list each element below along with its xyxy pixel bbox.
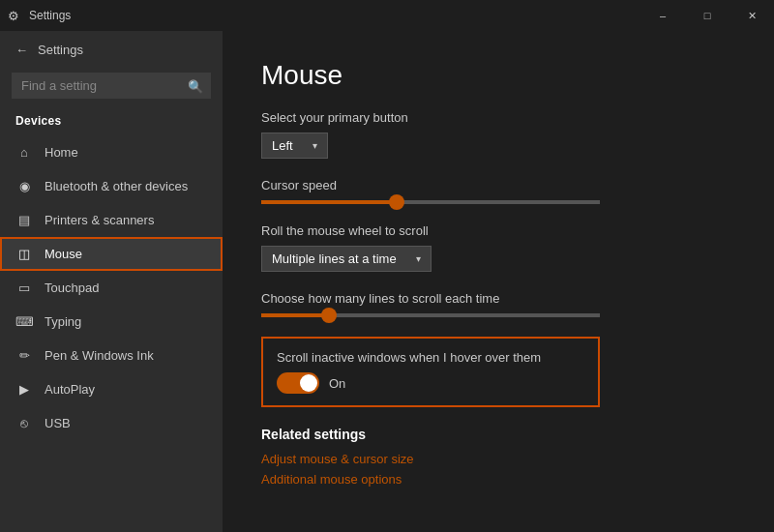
cursor-speed-label: Cursor speed bbox=[261, 178, 735, 192]
cursor-speed-track[interactable] bbox=[261, 200, 600, 204]
sidebar-item-label: Mouse bbox=[45, 247, 82, 261]
primary-button-arrow: ▾ bbox=[313, 140, 317, 151]
maximize-button[interactable]: □ bbox=[685, 0, 729, 31]
back-label: Settings bbox=[38, 43, 83, 57]
page-title: Mouse bbox=[261, 60, 735, 91]
sidebar-item-autoplay[interactable]: ▶ AutoPlay bbox=[0, 372, 223, 406]
scroll-lines-thumb[interactable] bbox=[321, 308, 337, 323]
scroll-lines-fill bbox=[261, 313, 329, 317]
sidebar-item-usb[interactable]: ⎋ USB bbox=[0, 406, 223, 440]
primary-button-label: Select your primary button bbox=[261, 110, 735, 125]
scroll-lines-track[interactable] bbox=[261, 313, 600, 317]
settings-icon: ⚙ bbox=[8, 9, 19, 23]
scroll-lines-label: Choose how many lines to scroll each tim… bbox=[261, 291, 735, 306]
titlebar-left: ⚙ Settings bbox=[8, 9, 71, 23]
primary-button-dropdown[interactable]: Left ▾ bbox=[261, 133, 328, 159]
close-button[interactable]: ✕ bbox=[729, 0, 774, 31]
related-link[interactable]: Additional mouse options bbox=[261, 472, 735, 487]
primary-button-value: Left bbox=[272, 138, 293, 153]
inactive-scroll-label: Scroll inactive windows when I hover ove… bbox=[277, 350, 584, 365]
autoplay-icon: ▶ bbox=[15, 382, 33, 397]
titlebar-title: Settings bbox=[29, 9, 71, 22]
sidebar-item-label: Home bbox=[45, 145, 78, 160]
sidebar-item-home[interactable]: ⌂ Home bbox=[0, 135, 223, 169]
related-settings: Related settings Adjust mouse & cursor s… bbox=[261, 427, 735, 487]
app-container: ← Settings 🔍 Devices ⌂ Home ◉ Bluetooth … bbox=[0, 31, 774, 532]
sidebar-item-touchpad[interactable]: ▭ Touchpad bbox=[0, 271, 223, 305]
sidebar-item-pen[interactable]: ✏ Pen & Windows Ink bbox=[0, 339, 223, 372]
printers-icon: ▤ bbox=[15, 213, 33, 227]
sidebar-section-label: Devices bbox=[0, 110, 223, 135]
sidebar-item-label: AutoPlay bbox=[45, 382, 95, 397]
sidebar-nav: ⌂ Home ◉ Bluetooth & other devices ▤ Pri… bbox=[0, 135, 223, 440]
sidebar: ← Settings 🔍 Devices ⌂ Home ◉ Bluetooth … bbox=[0, 31, 223, 532]
inactive-scroll-toggle[interactable] bbox=[277, 372, 319, 394]
cursor-speed-fill bbox=[261, 200, 397, 204]
bluetooth-icon: ◉ bbox=[15, 179, 33, 193]
scroll-wheel-value: Multiple lines at a time bbox=[272, 251, 397, 266]
related-link[interactable]: Adjust mouse & cursor size bbox=[261, 452, 735, 466]
sidebar-item-mouse[interactable]: ◫ Mouse bbox=[0, 237, 223, 271]
sidebar-item-label: USB bbox=[45, 416, 71, 430]
search-icon: 🔍 bbox=[188, 78, 203, 93]
sidebar-item-label: Pen & Windows Ink bbox=[45, 348, 154, 363]
toggle-knob bbox=[300, 374, 317, 392]
search-container: 🔍 bbox=[12, 73, 211, 99]
scroll-wheel-dropdown[interactable]: Multiple lines at a time ▾ bbox=[261, 246, 432, 272]
usb-icon: ⎋ bbox=[15, 416, 33, 430]
sidebar-item-bluetooth[interactable]: ◉ Bluetooth & other devices bbox=[0, 169, 223, 203]
pen-icon: ✏ bbox=[15, 348, 33, 363]
toggle-row: On bbox=[277, 372, 584, 394]
sidebar-item-label: Bluetooth & other devices bbox=[45, 179, 188, 193]
sidebar-item-label: Printers & scanners bbox=[45, 213, 154, 227]
sidebar-item-label: Typing bbox=[45, 314, 81, 329]
related-links: Adjust mouse & cursor sizeAdditional mou… bbox=[261, 452, 735, 487]
home-icon: ⌂ bbox=[15, 145, 33, 160]
inactive-scroll-box: Scroll inactive windows when I hover ove… bbox=[261, 337, 600, 407]
titlebar-controls: – □ ✕ bbox=[640, 0, 774, 31]
minimize-button[interactable]: – bbox=[640, 0, 685, 31]
related-title: Related settings bbox=[261, 427, 735, 442]
scroll-lines-container: Choose how many lines to scroll each tim… bbox=[261, 291, 735, 317]
cursor-speed-thumb[interactable] bbox=[389, 194, 404, 210]
cursor-speed-container: Cursor speed bbox=[261, 178, 735, 204]
mouse-icon: ◫ bbox=[15, 247, 33, 261]
sidebar-item-typing[interactable]: ⌨ Typing bbox=[0, 305, 223, 339]
titlebar: ⚙ Settings – □ ✕ bbox=[0, 0, 774, 31]
content-area: Mouse Select your primary button Left ▾ … bbox=[223, 31, 774, 532]
scroll-wheel-arrow: ▾ bbox=[416, 253, 421, 264]
scroll-wheel-label: Roll the mouse wheel to scroll bbox=[261, 223, 735, 238]
back-icon: ← bbox=[15, 43, 28, 57]
typing-icon: ⌨ bbox=[15, 314, 33, 329]
search-input[interactable] bbox=[12, 73, 211, 99]
sidebar-item-printers[interactable]: ▤ Printers & scanners bbox=[0, 203, 223, 237]
touchpad-icon: ▭ bbox=[15, 281, 33, 295]
back-button[interactable]: ← Settings bbox=[0, 31, 223, 69]
toggle-state-label: On bbox=[329, 376, 345, 391]
sidebar-item-label: Touchpad bbox=[45, 281, 99, 295]
